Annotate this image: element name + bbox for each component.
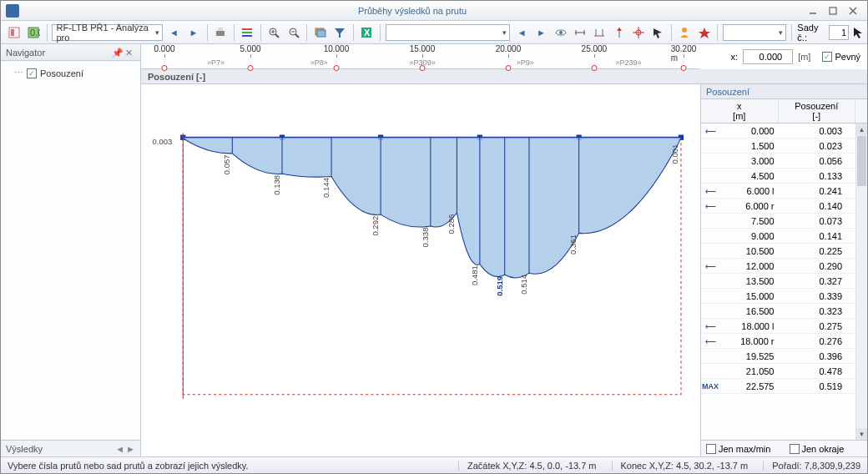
svg-point-26 (559, 31, 563, 34)
navigator-header: Navigator 📌 ✕ (1, 44, 140, 61)
cb-maxmin[interactable]: Jen max/min (701, 444, 785, 454)
status-bar: Vybere čísla prutů nebo sad prutů a zobr… (1, 456, 867, 473)
svg-rect-12 (242, 35, 252, 37)
table-row[interactable]: MAX22.5750.519 (701, 379, 855, 394)
table-row[interactable]: 21.0500.478 (701, 364, 855, 379)
x-label: x: (731, 52, 739, 62)
checkbox-icon[interactable]: ✓ (27, 68, 37, 78)
svg-text:0.338: 0.338 (421, 228, 430, 248)
table-row[interactable]: 10.5000.225 (701, 244, 855, 259)
table-scrollbar[interactable]: ▲ ▼ (855, 124, 867, 440)
nav-tab-label: Výsledky (6, 444, 43, 454)
svg-text:0.144: 0.144 (321, 178, 331, 198)
svg-text:0.057: 0.057 (222, 154, 231, 174)
svg-rect-9 (218, 28, 223, 31)
table-row[interactable]: ⟵12.0000.290 (701, 259, 855, 274)
table-row[interactable]: 3.0000.056 (701, 154, 855, 169)
results-table: Posouzení x[m] Posouzení[-] ⟵0.0000.0031… (700, 84, 867, 456)
analysis-combo[interactable]: RF-LTB PŘ1 - Analýza pro (52, 24, 162, 41)
navigator-tree[interactable]: ⋯ ✓ Posouzení (1, 61, 140, 440)
svg-marker-41 (854, 28, 862, 38)
nav-next-icon[interactable]: ► (533, 23, 549, 42)
table-body[interactable]: ⟵0.0000.0031.5000.0233.0000.0564.5000.13… (701, 124, 855, 440)
table-row[interactable]: 9.0000.141 (701, 229, 855, 244)
extra-combo[interactable] (723, 24, 786, 41)
svg-marker-34 (617, 28, 622, 31)
person-icon[interactable] (677, 23, 693, 42)
zoom-in-icon[interactable] (266, 23, 282, 42)
close-panel-icon[interactable]: ✕ (125, 48, 135, 58)
pin-icon[interactable]: 📌 (112, 48, 122, 58)
pick-icon[interactable] (650, 23, 666, 42)
tab-prev-icon[interactable]: ◄ (115, 444, 124, 454)
table-footer: Jen max/min Jen okraje (701, 440, 867, 456)
table-row[interactable]: 1.5000.023 (701, 139, 855, 154)
navigator-panel: Navigator 📌 ✕ ⋯ ✓ Posouzení Výsledky ◄► (1, 44, 141, 456)
star-icon[interactable] (696, 23, 712, 42)
svg-marker-40 (699, 28, 710, 38)
navigator-tab[interactable]: Výsledky ◄► (1, 440, 140, 456)
filter-combo[interactable] (386, 24, 511, 41)
app-logo-icon (6, 4, 19, 18)
nav-prev-icon[interactable]: ◄ (513, 23, 529, 42)
funnel-icon[interactable] (331, 23, 347, 42)
ruler[interactable]: 0.0005.00010.00015.00020.00025.00030.200… (141, 44, 700, 69)
table-row[interactable]: 15.0000.339 (701, 289, 855, 304)
table-row[interactable]: ⟵0.0000.003 (701, 124, 855, 139)
svg-line-18 (295, 34, 299, 38)
minimize-button[interactable] (804, 4, 822, 18)
structure-icon[interactable] (592, 23, 608, 42)
svg-text:0.001: 0.001 (670, 144, 679, 164)
bars-icon[interactable] (240, 23, 255, 42)
plot-title: Posouzení [-] (141, 69, 867, 84)
svg-text:0.003: 0.003 (153, 137, 173, 146)
cb-edges[interactable]: Jen okraje (785, 444, 868, 454)
status-order: Pořadí: 7,8,309,9,239 (763, 461, 860, 471)
svg-rect-10 (242, 28, 252, 30)
sady-spinner[interactable]: 1 (829, 25, 849, 40)
zoom-out-icon[interactable] (285, 23, 301, 42)
close-button[interactable] (844, 4, 862, 18)
scroll-down-icon[interactable]: ▼ (856, 428, 867, 440)
navigator-title: Navigator (6, 48, 45, 58)
toolbar-icon-2[interactable]: 0.00 (25, 23, 41, 42)
table-row[interactable]: 13.5000.327 (701, 274, 855, 289)
svg-text:0.138: 0.138 (272, 175, 281, 195)
prev-arrow-icon[interactable]: ◄ (166, 23, 182, 42)
toolbar-icon-1[interactable] (6, 23, 22, 42)
ruler-controls: x: [m] ✓ Pevný (700, 44, 867, 69)
fixed-checkbox[interactable]: ✓ Pevný (822, 52, 860, 62)
tab-next-icon[interactable]: ► (126, 444, 135, 454)
target-icon[interactable] (630, 23, 646, 42)
layers-icon[interactable] (312, 23, 328, 42)
snap-icon[interactable] (611, 23, 627, 42)
print-icon[interactable] (212, 23, 228, 42)
svg-text:0.519: 0.519 (495, 276, 504, 296)
status-end: Konec X,Y,Z: 4.5, 30.2, -13.7 m (612, 461, 749, 471)
excel-icon[interactable]: X (359, 23, 375, 42)
svg-text:0.00: 0.00 (30, 28, 40, 38)
svg-rect-1 (830, 8, 836, 14)
tree-item-posouzeni[interactable]: ⋯ ✓ Posouzení (6, 66, 135, 80)
maximize-button[interactable] (824, 4, 842, 18)
table-row[interactable]: 4.5000.133 (701, 169, 855, 184)
dim-icon[interactable] (572, 23, 588, 42)
table-row[interactable]: ⟵6.000 r0.140 (701, 199, 855, 214)
main-toolbar: 0.00 RF-LTB PŘ1 - Analýza pro ◄ ► X ◄ ► … (1, 21, 867, 44)
table-row[interactable]: ⟵18.000 l0.275 (701, 319, 855, 334)
table-row[interactable]: ⟵18.000 r0.276 (701, 334, 855, 349)
scroll-up-icon[interactable]: ▲ (856, 124, 867, 135)
table-row[interactable]: 19.5250.396 (701, 349, 855, 364)
svg-rect-8 (216, 31, 225, 36)
table-row[interactable]: 16.5000.323 (701, 304, 855, 319)
scroll-thumb[interactable] (857, 136, 866, 186)
table-row[interactable]: 7.5000.073 (701, 214, 855, 229)
next-arrow-icon[interactable]: ► (185, 23, 201, 42)
table-row[interactable]: ⟵6.000 l0.241 (701, 184, 855, 199)
plot-diagram[interactable]: 0.0570.1380.1440.2920.3380.2860.4810.519… (141, 84, 700, 456)
eye-icon[interactable] (553, 23, 568, 42)
x-input[interactable] (743, 49, 793, 64)
table-header: x[m] Posouzení[-] (701, 99, 867, 124)
cursor-icon (852, 27, 862, 38)
svg-rect-21 (317, 30, 326, 37)
